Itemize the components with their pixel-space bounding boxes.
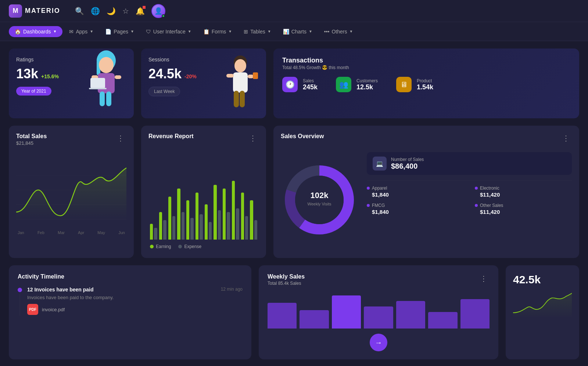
weekly-sales-menu[interactable]: ⋮ <box>478 273 490 284</box>
expense-bar <box>172 216 175 240</box>
earn-bar <box>205 204 208 240</box>
transactions-subtitle: Total 48.5% Growth 😎 this month <box>282 65 570 70</box>
revenue-menu[interactable]: ⋮ <box>247 133 259 143</box>
sales-overview-title: Sales Overview <box>281 133 324 140</box>
total-sales-title: Total Sales <box>16 133 47 140</box>
expense-bar <box>254 220 257 240</box>
weekly-sales-sub: Total 85.4k Sales <box>268 281 305 286</box>
category-fmcg: FMCG $1,840 <box>367 203 464 215</box>
expense-bar <box>236 208 239 240</box>
tables-icon: ⊞ <box>244 29 248 35</box>
logo[interactable]: M MATERIO <box>9 4 60 18</box>
home-icon: 🏠 <box>15 29 21 35</box>
earn-bar <box>223 189 226 240</box>
avatar-wrap[interactable]: 👤 <box>151 4 165 18</box>
ratings-figure <box>82 49 130 115</box>
translate-icon[interactable]: 🌐 <box>91 7 100 15</box>
star-icon[interactable]: ☆ <box>122 7 129 15</box>
pages-icon: 📄 <box>105 29 111 35</box>
subnav-item-others[interactable]: ••• Others ▼ <box>319 26 358 37</box>
sales-overview-menu[interactable]: ⋮ <box>560 133 572 143</box>
revenue-title: Revenue Report <box>148 133 194 140</box>
subnav-tables-label: Tables <box>250 29 265 35</box>
subnav-item-forms[interactable]: 📋 Forms ▼ <box>198 26 237 37</box>
sessions-change: -20% <box>184 73 197 79</box>
ratings-value: 13k <box>16 66 38 82</box>
electronic-label: Electronic <box>480 186 499 191</box>
weekly-bars <box>268 292 490 329</box>
earn-bar <box>186 200 189 240</box>
file-icon: PDF <box>27 304 38 315</box>
notification-icon[interactable]: 🔔 <box>136 7 145 15</box>
transaction-product: 🖥 Product 1.54k <box>396 77 433 92</box>
fmcg-label: FMCG <box>372 203 385 208</box>
bar-group <box>196 193 203 240</box>
ui-icon: 🛡 <box>146 29 151 35</box>
svg-rect-13 <box>234 91 239 107</box>
customers-icon: 👥 <box>336 77 351 92</box>
svg-text:102k: 102k <box>311 191 329 200</box>
logo-text: MATERIO <box>25 7 60 15</box>
category-electronic: Electronic $11,420 <box>475 186 572 198</box>
notif-badge <box>143 6 146 9</box>
subnav-item-dashboards[interactable]: 🏠 Dashboards ▼ <box>9 26 62 37</box>
total-sales-chart: Jan Feb Mar Apr May Jun <box>16 150 126 251</box>
number-of-sales-value: $86,400 <box>391 162 424 171</box>
expense-bar <box>154 228 157 240</box>
bar-group <box>223 189 230 240</box>
svg-rect-17 <box>253 72 258 79</box>
svg-text:Weekly Visits: Weekly Visits <box>307 202 331 206</box>
mini-stat-value: 42.5k <box>513 273 572 286</box>
charts-icon: 📊 <box>283 29 289 35</box>
legend-expense-label: Expense <box>184 244 201 249</box>
sessions-period-badge[interactable]: Last Week <box>148 87 180 96</box>
subnav-chevron-ui: ▼ <box>188 29 191 33</box>
svg-rect-9 <box>89 88 107 89</box>
timeline-dot-1 <box>18 288 22 292</box>
earn-bar <box>196 193 198 240</box>
subnav-forms-label: Forms <box>212 29 226 35</box>
earn-bar <box>241 193 244 240</box>
ratings-period-badge[interactable]: Year of 2021 <box>16 87 51 96</box>
expense-bar <box>218 210 221 240</box>
search-icon[interactable]: 🔍 <box>75 7 84 15</box>
subnav-chevron-tables: ▼ <box>268 29 271 33</box>
donut-chart-area: 102k Weekly Visits <box>281 149 358 251</box>
forms-icon: 📋 <box>203 29 209 35</box>
subnav-item-ui[interactable]: 🛡 User Interface ▼ <box>141 26 197 37</box>
x-label-jan: Jan <box>18 230 24 235</box>
apps-icon: ✉ <box>69 29 74 35</box>
bar-group <box>186 200 194 240</box>
expense-bar <box>227 212 230 240</box>
bar-group <box>214 185 221 240</box>
earn-bar <box>150 224 153 240</box>
subnav-item-tables[interactable]: ⊞ Tables ▼ <box>239 26 276 37</box>
timeline-file[interactable]: PDF invoice.pdf <box>27 304 243 315</box>
mini-stat-chart <box>513 289 572 351</box>
product-label: Product <box>417 78 433 83</box>
x-label-mar: Mar <box>58 230 65 235</box>
timeline-item-1: 12 Invoices have been paid 12 min ago In… <box>18 287 243 316</box>
sessions-card: Sessions 24.5k -20% Last Week <box>141 49 266 118</box>
subnav-item-charts[interactable]: 📊 Charts ▼ <box>278 26 318 37</box>
total-sales-menu[interactable]: ⋮ <box>115 133 126 143</box>
expense-bar <box>209 222 212 240</box>
electronic-value: $11,420 <box>475 191 572 198</box>
sales-categories-grid: Apparel $1,840 Electronic $11,420 <box>367 186 572 215</box>
subnav-chevron-apps: ▼ <box>90 29 93 33</box>
earn-bar <box>177 189 180 240</box>
others-icon: ••• <box>324 29 330 35</box>
subnav-item-apps[interactable]: ✉ Apps ▼ <box>64 26 98 37</box>
subnav-item-pages[interactable]: 📄 Pages ▼ <box>100 26 139 37</box>
expense-bar <box>182 212 184 240</box>
row1: Ratings 13k +15.6% Year of 2021 <box>9 49 579 118</box>
transactions-items: 🕐 Sales 245k 👥 Customers 12.5k 🖥 <box>282 77 570 92</box>
expense-bar <box>200 214 202 240</box>
row2: Total Sales $21,845 ⋮ <box>9 126 579 258</box>
earn-bar <box>214 185 216 240</box>
expense-bar <box>245 216 248 240</box>
svg-point-27 <box>295 176 344 224</box>
theme-icon[interactable]: 🌙 <box>107 7 116 15</box>
timeline-content-1: 12 Invoices have been paid 12 min ago In… <box>27 287 243 316</box>
number-of-sales-icon: 💻 <box>373 157 387 171</box>
